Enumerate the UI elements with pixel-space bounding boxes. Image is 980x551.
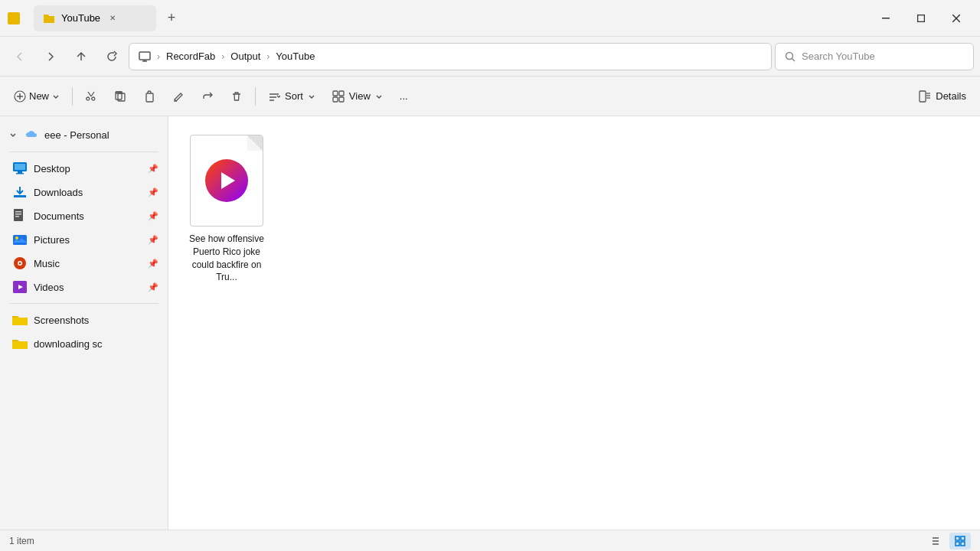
svg-rect-35	[15, 211, 21, 213]
documents-icon	[12, 208, 28, 223]
svg-rect-6	[139, 52, 150, 60]
file-name: See how offensive Puerto Rico joke could…	[187, 233, 266, 284]
address-chevron-1: ›	[157, 51, 160, 62]
sidebar-item-pictures[interactable]: Pictures 📌	[3, 228, 165, 251]
sort-label: Sort	[285, 90, 303, 102]
pin-icon: 📌	[148, 187, 158, 197]
sidebar-item-downloading[interactable]: downloading sc	[3, 332, 165, 355]
toolbar-divider-1	[72, 87, 73, 106]
music-icon	[12, 256, 28, 271]
svg-line-10	[792, 58, 795, 61]
svg-rect-53	[961, 542, 965, 546]
active-tab[interactable]: YouTube ✕	[34, 5, 156, 31]
new-label: New	[29, 90, 49, 102]
minimize-button[interactable]	[868, 6, 903, 31]
svg-rect-34	[14, 209, 23, 221]
file-thumbnail	[190, 135, 263, 227]
folder-icon	[12, 336, 28, 351]
sidebar-item-videos[interactable]: Videos 📌	[3, 276, 165, 298]
play-button-icon	[205, 159, 248, 202]
sidebar-item-music[interactable]: Music 📌	[3, 252, 165, 275]
pin-icon: 📌	[148, 164, 158, 174]
paste-button[interactable]	[136, 83, 163, 110]
address-part-youtube[interactable]: YouTube	[276, 51, 315, 62]
window-controls	[868, 6, 974, 31]
svg-rect-36	[15, 214, 21, 215]
title-bar: YouTube ✕ +	[0, 0, 980, 37]
svg-rect-1	[10, 15, 13, 18]
pictures-icon	[12, 232, 28, 247]
address-part-output[interactable]: Output	[230, 51, 260, 62]
svg-rect-37	[15, 216, 19, 217]
close-button[interactable]	[939, 6, 974, 31]
maximize-button[interactable]	[903, 6, 939, 31]
svg-rect-30	[15, 164, 25, 170]
toolbar-divider-2	[255, 87, 256, 106]
grid-view-button[interactable]	[949, 533, 971, 549]
svg-rect-45	[12, 318, 28, 325]
delete-button[interactable]	[223, 83, 250, 110]
new-button[interactable]: New	[6, 83, 67, 110]
svg-rect-22	[339, 91, 344, 96]
sidebar-item-downloads[interactable]: Downloads 📌	[3, 181, 165, 204]
sidebar-item-documents[interactable]: Documents 📌	[3, 204, 165, 227]
svg-rect-3	[918, 15, 925, 21]
list-view-button[interactable]	[925, 533, 946, 549]
desktop-icon	[12, 161, 28, 176]
details-label: Details	[936, 90, 966, 102]
up-button[interactable]	[67, 43, 95, 70]
svg-rect-21	[333, 91, 338, 96]
svg-rect-33	[14, 195, 26, 197]
folder-icon	[12, 312, 28, 328]
more-button[interactable]: ...	[392, 83, 416, 110]
tab-close-button[interactable]: ✕	[106, 12, 119, 24]
search-box[interactable]: Search YouTube	[775, 43, 974, 70]
rename-button[interactable]	[165, 83, 192, 110]
sort-button[interactable]: Sort	[260, 83, 323, 110]
share-button[interactable]	[194, 83, 221, 110]
view-button[interactable]: View	[325, 83, 390, 110]
svg-rect-46	[12, 341, 28, 349]
sidebar-cloud-section[interactable]: eee - Personal	[3, 122, 165, 147]
svg-rect-52	[956, 542, 959, 546]
svg-point-9	[786, 52, 793, 59]
sidebar-item-screenshots[interactable]: Screenshots	[3, 308, 165, 331]
copy-button[interactable]	[106, 83, 134, 110]
copy-icon	[114, 90, 126, 103]
sidebar: eee - Personal Desktop 📌	[0, 116, 168, 530]
file-item-video[interactable]: See how offensive Puerto Rico joke could…	[181, 129, 273, 290]
svg-rect-51	[961, 536, 965, 540]
address-part-recordfab[interactable]: RecordFab	[166, 51, 215, 62]
address-bar[interactable]: › RecordFab › Output › YouTube	[129, 43, 772, 70]
sidebar-divider-2	[9, 303, 158, 304]
view-icon	[332, 90, 345, 103]
svg-rect-24	[339, 97, 344, 102]
svg-rect-31	[18, 171, 22, 173]
cut-button[interactable]	[77, 83, 105, 110]
content-area: See how offensive Puerto Rico joke could…	[168, 116, 980, 530]
forward-button[interactable]	[37, 43, 64, 70]
details-icon	[919, 90, 931, 103]
sidebar-item-label: downloading sc	[34, 338, 103, 350]
plus-icon	[14, 90, 26, 103]
sidebar-item-desktop[interactable]: Desktop 📌	[3, 157, 165, 180]
delete-icon	[230, 90, 243, 103]
downloads-icon	[12, 184, 28, 200]
svg-rect-25	[920, 91, 926, 102]
new-tab-button[interactable]: +	[159, 6, 184, 31]
back-button[interactable]	[6, 43, 34, 70]
navigation-bar: › RecordFab › Output › YouTube Search Yo…	[0, 37, 980, 77]
details-button[interactable]: Details	[911, 83, 974, 110]
svg-rect-0	[8, 12, 20, 24]
svg-rect-23	[333, 97, 338, 102]
videos-icon	[12, 279, 28, 295]
address-chevron-2: ›	[221, 51, 224, 62]
view-chevron-icon	[375, 93, 383, 100]
sidebar-item-label: Pictures	[34, 234, 70, 246]
share-icon	[201, 90, 214, 103]
sidebar-item-label: Videos	[34, 282, 64, 293]
pin-icon: 📌	[148, 282, 158, 292]
expand-icon	[9, 131, 17, 139]
refresh-button[interactable]	[98, 43, 126, 70]
tab-bar: YouTube ✕ +	[34, 5, 862, 31]
